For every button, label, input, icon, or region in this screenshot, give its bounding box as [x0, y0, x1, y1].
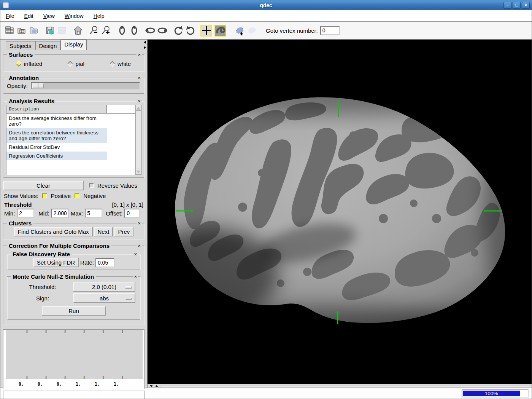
- correction-group: Correction For Multiple Comparisons × Fa…: [3, 246, 145, 325]
- surface-view[interactable]: [148, 40, 532, 388]
- rotate-left-button[interactable]: [116, 24, 128, 37]
- analysis-scrollbar[interactable]: [135, 105, 141, 175]
- minimize-button[interactable]: –: [503, 2, 511, 9]
- opacity-label: Opacity:: [7, 83, 28, 89]
- rotate-down-button[interactable]: [156, 24, 168, 37]
- mc-sign-dropdown[interactable]: abs: [73, 293, 135, 303]
- radio-pial[interactable]: pial: [68, 61, 84, 67]
- radio-indicator-icon: [110, 61, 116, 67]
- find-clusters-button[interactable]: Find Clusters and Goto Max: [14, 227, 93, 236]
- zoom-in-button[interactable]: [100, 24, 112, 37]
- monte-carlo-close-icon[interactable]: ×: [133, 274, 138, 279]
- dropdown-indicator-icon: [125, 286, 132, 288]
- load-label-button[interactable]: [28, 24, 40, 37]
- view-bottom-sash[interactable]: [148, 384, 532, 388]
- positive-checkbox[interactable]: [42, 193, 47, 198]
- threshold-offset-input[interactable]: [124, 209, 140, 218]
- prev-cluster-button[interactable]: Prev: [114, 227, 133, 236]
- opacity-slider-handle[interactable]: [32, 83, 44, 88]
- threshold-mid-input[interactable]: [51, 209, 69, 218]
- menu-file[interactable]: File: [6, 13, 14, 19]
- mc-sign-label: Sign:: [12, 295, 73, 302]
- analysis-row[interactable]: Residual Error StdDev: [6, 143, 107, 152]
- radio-inflated[interactable]: inflated: [17, 61, 42, 67]
- goto-vertex-input[interactable]: [320, 26, 340, 35]
- remove-label-button[interactable]: [245, 24, 257, 37]
- correction-title: Correction For Multiple Comparisons: [7, 243, 111, 249]
- spin-cw-icon: [186, 26, 195, 35]
- tab-scroll-left-icon[interactable]: [144, 41, 146, 44]
- mid-label: Mid:: [38, 210, 49, 217]
- threshold-min-input[interactable]: [17, 209, 34, 218]
- rotate-up-button[interactable]: [144, 24, 156, 37]
- negative-label: Negative: [83, 193, 106, 199]
- tab-display[interactable]: Display: [60, 40, 87, 50]
- histogram-plot: 0. 0. 0. 1. 1. 1.: [3, 329, 145, 389]
- close-button[interactable]: ×: [522, 2, 530, 9]
- hist-tick-label: 0.: [38, 381, 43, 387]
- scroll-thumb[interactable]: [136, 111, 141, 169]
- zoom-out-button[interactable]: [88, 24, 100, 37]
- sash-expand-icon[interactable]: [155, 385, 158, 387]
- correction-close-icon[interactable]: ×: [137, 243, 142, 249]
- positive-label: Positive: [51, 193, 71, 199]
- radio-white[interactable]: white: [110, 61, 131, 67]
- rotate-right-button[interactable]: [128, 24, 140, 37]
- scroll-up-icon[interactable]: [136, 105, 141, 111]
- mc-threshold-dropdown[interactable]: 2.0 (0.01): [73, 282, 135, 292]
- fdr-close-icon[interactable]: ×: [133, 251, 138, 257]
- clear-button[interactable]: Clear: [3, 181, 84, 190]
- menu-view[interactable]: View: [43, 13, 55, 19]
- surfaces-close-icon[interactable]: ×: [137, 52, 142, 57]
- home-view-button[interactable]: [72, 24, 84, 37]
- opacity-slider[interactable]: [31, 82, 140, 89]
- menu-window[interactable]: Window: [65, 13, 84, 19]
- description-column-header[interactable]: Description: [6, 105, 107, 113]
- home-icon: [73, 26, 83, 35]
- analysis-row[interactable]: Does the average thickness differ from z…: [6, 114, 107, 128]
- analysis-row[interactable]: Regression Coefficients: [6, 152, 107, 160]
- radio-indicator-icon: [16, 61, 22, 67]
- menu-bar: File Edit View Window Help: [0, 10, 532, 22]
- tab-subjects[interactable]: Subjects: [6, 41, 35, 50]
- load-data-table-button[interactable]: [3, 24, 16, 37]
- fdr-rate-input[interactable]: [95, 258, 114, 267]
- negative-checkbox[interactable]: [75, 193, 79, 198]
- reverse-values-checkbox[interactable]: Reverse Values: [89, 182, 137, 189]
- zoom-out-icon: [89, 26, 99, 35]
- spin-cw-button[interactable]: [184, 24, 197, 37]
- folder-table-icon: [17, 26, 27, 35]
- next-cluster-button[interactable]: Next: [94, 227, 113, 236]
- clusters-close-icon[interactable]: ×: [137, 220, 142, 226]
- select-vertex-tool-button[interactable]: [200, 25, 212, 37]
- radio-indicator-icon: [67, 61, 73, 67]
- threshold-max-input[interactable]: [85, 209, 102, 218]
- load-project-button[interactable]: [16, 24, 28, 37]
- hist-tick-label: 1.: [114, 381, 119, 387]
- show-curvature-button[interactable]: [214, 25, 226, 37]
- spin-ccw-button[interactable]: [172, 24, 184, 37]
- set-using-fdr-button[interactable]: Set Using FDR: [33, 258, 79, 267]
- hist-tick-label: 1.: [95, 381, 100, 387]
- sash-collapse-icon[interactable]: [150, 385, 153, 387]
- run-simulation-button[interactable]: Run: [42, 306, 106, 316]
- analysis-row[interactable]: Does the correlation between thickness a…: [6, 128, 107, 143]
- toolbar: Goto vertex number:: [0, 22, 532, 40]
- tab-scroll-right-icon[interactable]: [144, 46, 146, 49]
- menu-edit[interactable]: Edit: [24, 13, 33, 19]
- rotate-down-icon: [157, 26, 167, 35]
- analysis-results-close-icon[interactable]: ×: [137, 98, 142, 104]
- tab-design[interactable]: Design: [35, 41, 61, 50]
- annotation-title: Annotation: [7, 75, 41, 81]
- save-button[interactable]: [44, 24, 56, 37]
- window-title: qdec: [0, 2, 532, 8]
- save-snapshot-button[interactable]: [56, 24, 68, 37]
- add-label-button[interactable]: [233, 24, 245, 37]
- annotation-close-icon[interactable]: ×: [137, 75, 142, 81]
- menu-help[interactable]: Help: [94, 13, 105, 19]
- snapshot-icon: [57, 26, 67, 35]
- rotate-right-icon: [129, 26, 139, 35]
- checkbox-indicator-icon: [89, 183, 94, 188]
- maximize-button[interactable]: □: [513, 2, 521, 9]
- scroll-down-icon[interactable]: [136, 169, 141, 175]
